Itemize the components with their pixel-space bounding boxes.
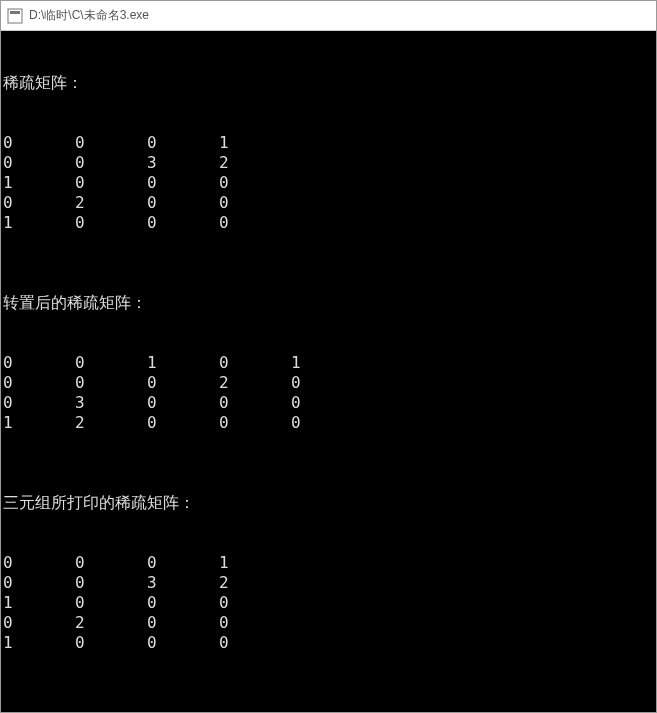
cell: 0 — [219, 193, 291, 213]
cell: 0 — [3, 573, 75, 593]
cell: 0 — [147, 633, 219, 653]
cell: 1 — [291, 353, 363, 373]
cell: 0 — [219, 633, 291, 653]
cell: 0 — [75, 173, 147, 193]
cell: 0 — [3, 393, 75, 413]
cell: 1 — [219, 553, 291, 573]
sparse-matrix: 00010032100002001000 — [3, 133, 654, 233]
cell: 0 — [3, 373, 75, 393]
cell: 0 — [147, 413, 219, 433]
cell: 0 — [3, 133, 75, 153]
cell: 2 — [219, 373, 291, 393]
table-row: 00101 — [3, 353, 654, 373]
table-row: 00020 — [3, 373, 654, 393]
cell: 2 — [219, 573, 291, 593]
cell: 0 — [147, 393, 219, 413]
cell: 3 — [147, 153, 219, 173]
titlebar[interactable]: D:\临时\C\未命名3.exe — [1, 1, 656, 31]
cell: 0 — [3, 353, 75, 373]
cell: 0 — [75, 153, 147, 173]
cell: 0 — [75, 553, 147, 573]
section-label: 转置后的稀疏矩阵： — [3, 293, 654, 313]
cell: 2 — [75, 193, 147, 213]
console-output[interactable]: 稀疏矩阵： 00010032100002001000 转置后的稀疏矩阵： 001… — [1, 31, 656, 712]
table-row: 1000 — [3, 593, 654, 613]
cell: 1 — [3, 213, 75, 233]
cell: 0 — [147, 213, 219, 233]
cell: 1 — [147, 353, 219, 373]
cell: 0 — [219, 413, 291, 433]
table-row: 0200 — [3, 193, 654, 213]
triple-print-matrix: 00010032100002001000 — [3, 553, 654, 653]
cell: 3 — [75, 393, 147, 413]
cell: 0 — [3, 153, 75, 173]
cell: 0 — [219, 393, 291, 413]
cell: 1 — [3, 173, 75, 193]
cell: 0 — [147, 613, 219, 633]
cell: 0 — [147, 593, 219, 613]
cell: 0 — [219, 353, 291, 373]
cell: 1 — [3, 593, 75, 613]
table-row: 0200 — [3, 613, 654, 633]
cell: 0 — [3, 613, 75, 633]
cell: 0 — [291, 413, 363, 433]
cell: 0 — [147, 173, 219, 193]
cell: 2 — [75, 613, 147, 633]
table-row: 12000 — [3, 413, 654, 433]
table-row: 1000 — [3, 633, 654, 653]
table-row: 1000 — [3, 213, 654, 233]
cell: 3 — [147, 573, 219, 593]
cell: 0 — [75, 213, 147, 233]
cell: 0 — [291, 393, 363, 413]
cell: 0 — [3, 193, 75, 213]
table-row: 0032 — [3, 573, 654, 593]
cell: 0 — [75, 593, 147, 613]
section-label: 三元组所打印的稀疏矩阵： — [3, 493, 654, 513]
cell: 0 — [219, 593, 291, 613]
cell: 2 — [219, 153, 291, 173]
cell: 0 — [219, 173, 291, 193]
table-row: 1000 — [3, 173, 654, 193]
window-title: D:\临时\C\未命名3.exe — [29, 7, 149, 24]
console-window: D:\临时\C\未命名3.exe 稀疏矩阵： 00010032100002001… — [0, 0, 657, 713]
table-row: 0001 — [3, 553, 654, 573]
cell: 0 — [75, 633, 147, 653]
cell: 0 — [147, 553, 219, 573]
svg-rect-1 — [10, 11, 20, 14]
cell: 1 — [219, 133, 291, 153]
table-row: 0032 — [3, 153, 654, 173]
cell: 0 — [291, 373, 363, 393]
cell: 2 — [75, 413, 147, 433]
section-label: 稀疏矩阵： — [3, 73, 654, 93]
table-row: 03000 — [3, 393, 654, 413]
transposed-matrix: 00101000200300012000 — [3, 353, 654, 433]
app-icon — [7, 8, 23, 24]
cell: 1 — [3, 413, 75, 433]
cell: 0 — [75, 573, 147, 593]
table-row: 0001 — [3, 133, 654, 153]
cell: 0 — [147, 133, 219, 153]
cell: 0 — [75, 373, 147, 393]
cell: 0 — [219, 613, 291, 633]
cell: 0 — [147, 193, 219, 213]
cell: 0 — [75, 353, 147, 373]
cell: 0 — [147, 373, 219, 393]
cell: 0 — [3, 553, 75, 573]
cell: 1 — [3, 633, 75, 653]
cell: 0 — [75, 133, 147, 153]
cell: 0 — [219, 213, 291, 233]
